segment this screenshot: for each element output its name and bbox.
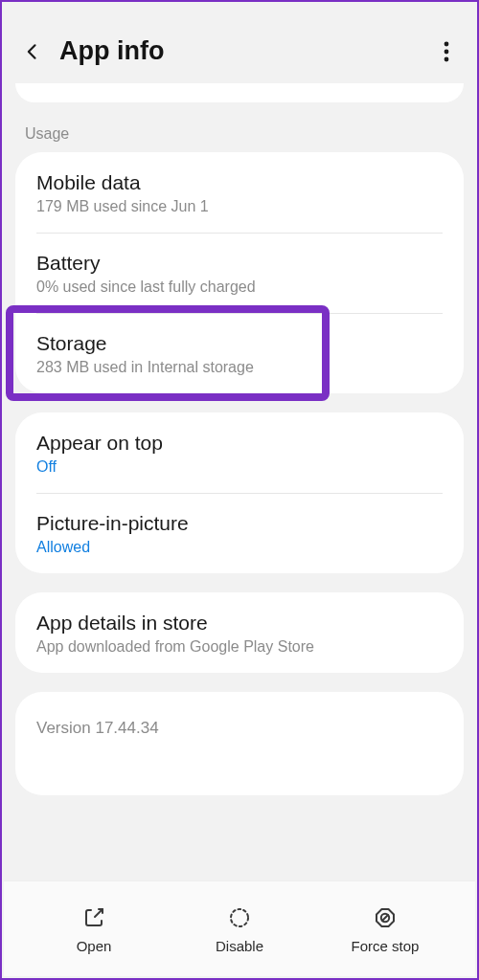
row-app-details-in-store[interactable]: App details in store App downloaded from… xyxy=(15,592,464,673)
row-subtitle: 0% used since last fully charged xyxy=(36,278,443,296)
force-stop-label: Force stop xyxy=(352,938,420,954)
svg-point-2 xyxy=(445,56,449,61)
row-title: Battery xyxy=(36,252,443,275)
row-title: Picture-in-picture xyxy=(36,512,443,535)
open-icon xyxy=(80,903,108,932)
disable-label: Disable xyxy=(216,938,263,954)
force-stop-icon xyxy=(371,903,399,932)
svg-line-6 xyxy=(382,915,388,921)
row-value: Off xyxy=(36,458,443,476)
open-label: Open xyxy=(77,938,112,954)
force-stop-button[interactable]: Force stop xyxy=(312,903,458,954)
row-subtitle: 283 MB used in Internal storage xyxy=(36,359,443,376)
version-text: Version 17.44.34 xyxy=(36,719,443,738)
row-appear-on-top[interactable]: Appear on top Off xyxy=(15,412,464,493)
open-button[interactable]: Open xyxy=(21,903,167,954)
page-title: App info xyxy=(59,36,433,66)
disable-button[interactable]: Disable xyxy=(167,903,312,954)
row-battery[interactable]: Battery 0% used since last fully charged xyxy=(15,233,464,313)
section-label-usage: Usage xyxy=(15,120,464,152)
row-subtitle: 179 MB used since Jun 1 xyxy=(36,198,443,215)
store-card: App details in store App downloaded from… xyxy=(15,592,464,673)
svg-point-1 xyxy=(445,49,449,54)
disable-icon xyxy=(225,903,254,932)
row-mobile-data[interactable]: Mobile data 179 MB used since Jun 1 xyxy=(15,152,464,233)
row-storage[interactable]: Storage 283 MB used in Internal storage xyxy=(15,313,464,393)
svg-point-3 xyxy=(231,909,248,926)
row-title: Mobile data xyxy=(36,171,443,194)
row-title: App details in store xyxy=(36,612,443,635)
row-title: Storage xyxy=(36,332,443,355)
display-card: Appear on top Off Picture-in-picture All… xyxy=(15,412,464,573)
svg-point-0 xyxy=(445,41,449,46)
row-picture-in-picture[interactable]: Picture-in-picture Allowed xyxy=(15,493,464,573)
version-card: Version 17.44.34 xyxy=(15,692,464,795)
header-bar: App info xyxy=(15,19,464,83)
previous-card-tail xyxy=(15,83,464,102)
bottom-action-bar: Open Disable Force stop xyxy=(4,880,475,976)
more-icon[interactable] xyxy=(433,38,460,65)
row-value: Allowed xyxy=(36,539,443,556)
row-subtitle: App downloaded from Google Play Store xyxy=(36,638,443,656)
back-icon[interactable] xyxy=(19,38,46,65)
row-title: Appear on top xyxy=(36,432,443,455)
usage-card: Mobile data 179 MB used since Jun 1 Batt… xyxy=(15,152,464,393)
